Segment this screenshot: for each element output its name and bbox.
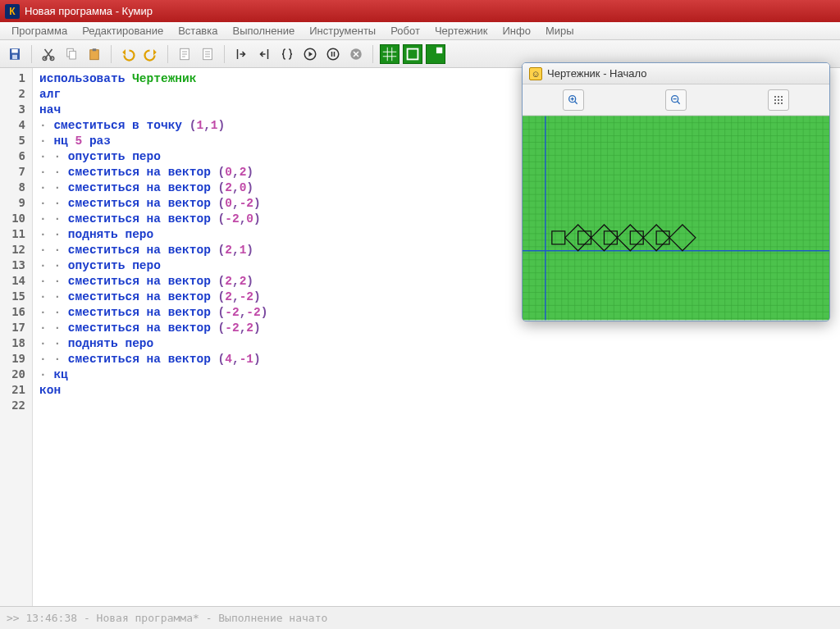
svg-rect-8 xyxy=(93,48,97,51)
menu-выполнение[interactable]: Выполнение xyxy=(226,23,301,39)
drawer-canvas[interactable] xyxy=(523,116,829,321)
svg-rect-13 xyxy=(331,52,333,57)
undo-icon[interactable] xyxy=(118,44,138,64)
svg-rect-31 xyxy=(523,116,829,321)
grid-green-icon[interactable] xyxy=(380,44,399,64)
svg-rect-14 xyxy=(334,52,336,57)
svg-point-24 xyxy=(781,96,783,98)
step-in-icon[interactable] xyxy=(231,44,251,64)
paste-icon[interactable] xyxy=(84,44,104,64)
menu-редактирование[interactable]: Редактирование xyxy=(75,23,170,39)
svg-rect-1 xyxy=(11,49,18,53)
fill-green-icon[interactable] xyxy=(426,44,445,64)
step-out-icon[interactable] xyxy=(254,44,274,64)
menu-чертежник[interactable]: Чертежник xyxy=(428,23,495,39)
zoom-out-icon[interactable] xyxy=(665,89,687,111)
svg-rect-2 xyxy=(12,54,17,58)
status-text: >> 13:46:38 - Новая программа* - Выполне… xyxy=(7,612,327,624)
svg-point-26 xyxy=(778,99,779,101)
svg-point-22 xyxy=(774,96,776,98)
svg-rect-6 xyxy=(70,51,76,59)
menu-миры[interactable]: Миры xyxy=(539,23,581,39)
svg-point-28 xyxy=(774,103,776,104)
svg-rect-17 xyxy=(408,48,418,59)
pause-icon[interactable] xyxy=(323,44,343,64)
app-icon: К xyxy=(5,4,20,19)
statusbar: >> 13:46:38 - Новая программа* - Выполне… xyxy=(0,606,840,629)
svg-point-30 xyxy=(781,103,783,104)
drawer-window[interactable]: ☺ Чертежник - Начало xyxy=(522,62,830,321)
window-title: Новая программа - Кумир xyxy=(25,5,153,17)
menu-программа[interactable]: Программа xyxy=(5,23,74,39)
menu-робот[interactable]: Робот xyxy=(384,23,427,39)
svg-rect-7 xyxy=(90,49,99,59)
svg-point-23 xyxy=(778,96,779,98)
braces-icon[interactable] xyxy=(277,44,297,64)
menubar: ПрограммаРедактированиеВставкаВыполнение… xyxy=(0,22,840,40)
run-icon[interactable] xyxy=(300,44,320,64)
drawer-toolbar xyxy=(523,84,829,116)
redo-icon[interactable] xyxy=(141,44,161,64)
menu-вставка[interactable]: Вставка xyxy=(171,23,224,39)
doc1-icon[interactable] xyxy=(175,44,194,64)
copy-icon[interactable] xyxy=(62,44,81,64)
svg-rect-19 xyxy=(436,47,442,52)
line-numbers: 12345678910111213141516171819202122 xyxy=(0,68,33,606)
zoom-in-icon[interactable] xyxy=(563,89,584,111)
grid-toggle-icon[interactable] xyxy=(768,89,789,111)
doc2-icon[interactable] xyxy=(198,44,217,64)
drawer-icon: ☺ xyxy=(529,67,542,80)
border-green-icon[interactable] xyxy=(403,44,422,64)
save-icon[interactable] xyxy=(5,44,25,64)
stop-icon[interactable] xyxy=(346,44,366,64)
cut-icon[interactable] xyxy=(39,44,58,64)
drawer-title-text: Чертежник - Начало xyxy=(547,67,646,80)
drawer-titlebar[interactable]: ☺ Чертежник - Начало xyxy=(523,63,829,84)
svg-point-27 xyxy=(781,99,783,101)
menu-инфо[interactable]: Инфо xyxy=(495,23,536,39)
svg-rect-16 xyxy=(383,47,397,61)
svg-point-25 xyxy=(774,99,776,101)
svg-point-12 xyxy=(327,48,339,60)
menu-инструменты[interactable]: Инструменты xyxy=(303,23,382,39)
svg-point-29 xyxy=(778,103,779,104)
titlebar: К Новая программа - Кумир xyxy=(0,0,840,22)
